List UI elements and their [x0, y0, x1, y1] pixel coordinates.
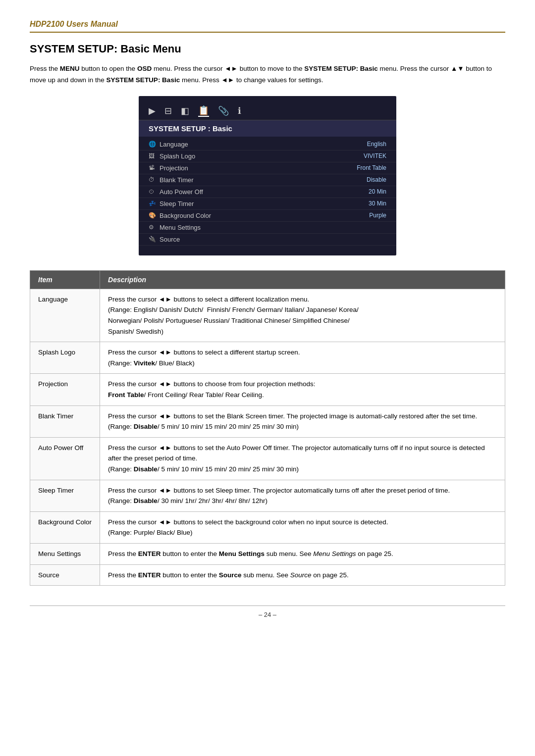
table-desc-sleep: Press the cursor ◄► buttons to set Sleep…: [100, 480, 505, 511]
osd-row-projection[interactable]: 📽 Projection Front Table: [139, 162, 396, 174]
osd-projection-label: Projection: [160, 164, 357, 172]
osd-projection-value: Front Table: [357, 164, 386, 171]
osd-row-source[interactable]: 🔌 Source: [139, 234, 396, 246]
osd-icon-4[interactable]: 📋: [198, 105, 209, 117]
table-item-autopoweroff: Auto Power Off: [30, 437, 100, 480]
osd-bgcolor-label: Background Color: [160, 212, 369, 219]
table-row-projection: Projection Press the cursor ◄► buttons t…: [30, 374, 505, 405]
table-desc-projection: Press the cursor ◄► buttons to choose fr…: [100, 374, 505, 405]
osd-splash-label: Splash Logo: [160, 152, 364, 160]
osd-bgcolor-value: Purple: [369, 212, 386, 219]
osd-sleep-value: 30 Min: [369, 200, 386, 207]
osd-autopoweroff-icon: ⏲: [149, 188, 160, 195]
top-divider: [30, 32, 505, 33]
table-item-language: Language: [30, 289, 100, 342]
table-row-sleep: Sleep Timer Press the cursor ◄► buttons …: [30, 480, 505, 511]
table-desc-menusettings: Press the ENTER button to enter the Menu…: [100, 543, 505, 564]
osd-icon-5[interactable]: 📎: [218, 105, 229, 116]
osd-screen: ▶ ⊟ ◧ 📋 📎 ℹ SYSTEM SETUP : Basic 🌐 Langu…: [139, 96, 396, 255]
table-row-source: Source Press the ENTER button to enter t…: [30, 564, 505, 586]
table-desc-source: Press the ENTER button to enter the Sour…: [100, 564, 505, 586]
osd-menusettings-label: Menu Settings: [160, 224, 386, 231]
table-row-blank: Blank Timer Press the cursor ◄► buttons …: [30, 405, 505, 437]
table-item-bgcolor: Background Color: [30, 511, 100, 543]
osd-icon-bar: ▶ ⊟ ◧ 📋 📎 ℹ: [139, 101, 396, 120]
osd-language-label: Language: [160, 141, 367, 148]
osd-row-bgcolor[interactable]: 🎨 Background Color Purple: [139, 210, 396, 222]
osd-language-value: English: [367, 141, 386, 148]
osd-row-splash[interactable]: 🖼 Splash Logo VIVITEK: [139, 151, 396, 162]
osd-splash-value: VIVITEK: [364, 152, 386, 159]
table-item-splash: Splash Logo: [30, 342, 100, 374]
table-item-sleep: Sleep Timer: [30, 480, 100, 511]
table-row-language: Language Press the cursor ◄► buttons to …: [30, 289, 505, 342]
osd-blank-icon: ⏱: [149, 176, 160, 183]
table-desc-bgcolor: Press the cursor ◄► buttons to select th…: [100, 511, 505, 543]
table-row-autopoweroff: Auto Power Off Press the cursor ◄► butto…: [30, 437, 505, 480]
table-row-splash: Splash Logo Press the cursor ◄► buttons …: [30, 342, 505, 374]
osd-header: SYSTEM SETUP : Basic: [139, 120, 396, 137]
osd-icon-3[interactable]: ◧: [181, 105, 189, 116]
table-header-description: Description: [100, 270, 505, 289]
section-title: SYSTEM SETUP: Basic Menu: [30, 43, 505, 55]
table-item-blank: Blank Timer: [30, 405, 100, 437]
osd-blank-value: Disable: [367, 176, 386, 183]
osd-row-blank[interactable]: ⏱ Blank Timer Disable: [139, 174, 396, 186]
osd-source-icon: 🔌: [149, 236, 160, 243]
table-item-menusettings: Menu Settings: [30, 543, 100, 564]
osd-row-language[interactable]: 🌐 Language English: [139, 139, 396, 151]
table-desc-language: Press the cursor ◄► buttons to select a …: [100, 289, 505, 342]
osd-icon-1[interactable]: ▶: [149, 105, 156, 116]
bottom-divider: [30, 605, 505, 606]
osd-source-label: Source: [160, 236, 386, 243]
osd-language-icon: 🌐: [149, 141, 160, 148]
osd-autopoweroff-label: Auto Power Off: [160, 188, 369, 196]
table-header-item: Item: [30, 270, 100, 289]
table-desc-autopoweroff: Press the cursor ◄► buttons to set the A…: [100, 437, 505, 480]
osd-icon-6[interactable]: ℹ: [238, 105, 241, 116]
osd-row-menusettings[interactable]: ⚙ Menu Settings: [139, 222, 396, 234]
osd-row-sleep[interactable]: 💤 Sleep Timer 30 Min: [139, 198, 396, 210]
osd-sleep-icon: 💤: [149, 200, 160, 207]
table-row-menusettings: Menu Settings Press the ENTER button to …: [30, 543, 505, 564]
osd-menusettings-icon: ⚙: [149, 224, 160, 231]
osd-bgcolor-icon: 🎨: [149, 212, 160, 219]
osd-splash-icon: 🖼: [149, 152, 160, 159]
osd-row-autopoweroff[interactable]: ⏲ Auto Power Off 20 Min: [139, 186, 396, 198]
osd-icon-2[interactable]: ⊟: [164, 105, 172, 116]
manual-title: HDP2100 Users Manual: [30, 20, 505, 29]
table-desc-splash: Press the cursor ◄► buttons to select a …: [100, 342, 505, 374]
table-row-bgcolor: Background Color Press the cursor ◄► but…: [30, 511, 505, 543]
osd-sleep-label: Sleep Timer: [160, 200, 369, 207]
description-table: Item Description Language Press the curs…: [30, 270, 505, 586]
osd-autopoweroff-value: 20 Min: [369, 188, 386, 195]
table-desc-blank: Press the cursor ◄► buttons to set the B…: [100, 405, 505, 437]
table-item-source: Source: [30, 564, 100, 586]
table-item-projection: Projection: [30, 374, 100, 405]
intro-text: Press the MENU button to open the OSD me…: [30, 63, 505, 86]
osd-blank-label: Blank Timer: [160, 176, 367, 184]
page-number: – 24 –: [30, 611, 505, 618]
osd-projection-icon: 📽: [149, 164, 160, 171]
